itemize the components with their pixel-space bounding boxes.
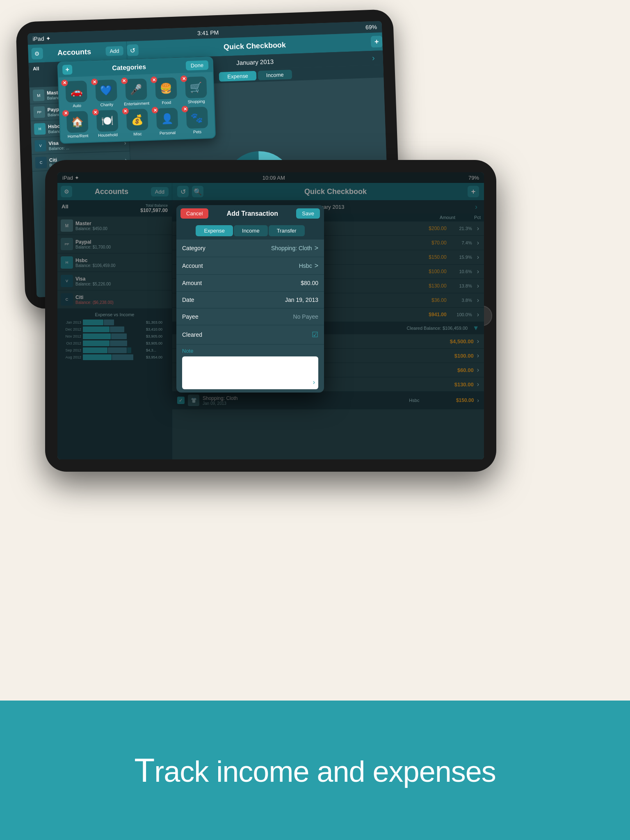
back-hsbc-icon: H xyxy=(34,123,46,135)
back-status-left: iPad ✦ xyxy=(32,35,50,42)
back-status-time: 3:41 PM xyxy=(197,29,219,37)
modal-header: Cancel Add Transaction Save xyxy=(176,205,324,222)
cat-auto-icon: 🚗 xyxy=(66,80,88,103)
back-tab-expense[interactable]: Expense xyxy=(219,71,256,82)
note-input[interactable]: › xyxy=(182,356,318,389)
tab-expense[interactable]: Expense xyxy=(196,225,233,236)
tab-transfer[interactable]: Transfer xyxy=(269,225,305,236)
cat-charity-icon: 💙 xyxy=(95,80,117,102)
cat-household-icon: 🍽️ xyxy=(96,110,119,132)
cat-pets-label: Pets xyxy=(193,130,201,135)
payee-label: Payee xyxy=(182,313,223,320)
back-tab-income[interactable]: Income xyxy=(258,70,292,80)
cat-shopping-icon: 🛒 xyxy=(185,76,207,98)
ipad-front: iPad ✦ 10:09 AM 79% ⚙ Accounts Add ↺ 🔍 Q… xyxy=(45,160,496,472)
cat-auto-label: Auto xyxy=(73,103,81,108)
date-label: Date xyxy=(182,297,223,303)
cat-personal-icon: 👤 xyxy=(156,108,178,130)
back-master-icon: M xyxy=(33,89,45,101)
cat-food-label: Food xyxy=(162,100,171,105)
cat-grid: ✕ 🚗 Auto ✕ 💙 Charity ✕ 🎤 Entertainment ✕… xyxy=(59,72,215,143)
cat-item-charity[interactable]: ✕ 💙 Charity xyxy=(93,80,120,107)
note-arrow[interactable]: › xyxy=(313,379,315,386)
cat-add-button[interactable]: + xyxy=(62,65,73,75)
cat-item-household[interactable]: ✕ 🍽️ Household xyxy=(94,110,121,137)
cat-shopping-label: Shopping xyxy=(187,99,205,104)
account-value: Hsbc xyxy=(223,262,312,269)
cat-delete-entertainment[interactable]: ✕ xyxy=(121,78,128,84)
cat-entertainment-icon: 🎤 xyxy=(125,78,147,100)
cat-title: Categories xyxy=(72,62,186,73)
cancel-button[interactable]: Cancel xyxy=(180,208,208,219)
account-label: Account xyxy=(182,262,223,269)
cleared-label: Cleared xyxy=(182,331,223,338)
cat-homerent-label: Home/Rent xyxy=(68,133,89,139)
plus-button-back[interactable]: + xyxy=(371,36,383,48)
cat-homerent-icon: 🏠 xyxy=(66,111,89,133)
save-button[interactable]: Save xyxy=(296,208,320,219)
modal-title: Add Transaction xyxy=(208,210,296,217)
back-status-battery: 69% xyxy=(365,24,377,31)
field-category[interactable]: Category Shopping: Cloth > xyxy=(176,240,324,257)
note-label: Note xyxy=(182,348,318,354)
cat-misc-icon: 💰 xyxy=(126,109,148,131)
field-date[interactable]: Date Jan 19, 2013 xyxy=(176,292,324,308)
refresh-button[interactable]: ↺ xyxy=(127,44,139,56)
bottom-banner: Track income and expenses xyxy=(0,701,630,840)
payee-value: No Payee xyxy=(223,313,318,320)
cat-item-pets[interactable]: ✕ 🐾 Pets xyxy=(183,107,211,135)
cat-done-button[interactable]: Done xyxy=(186,60,209,70)
cat-item-misc[interactable]: ✕ 💰 Misc xyxy=(123,109,151,137)
back-visa-icon: V xyxy=(34,140,46,152)
banner-text: Track income and expenses xyxy=(134,751,496,790)
cat-charity-label: Charity xyxy=(100,102,113,107)
gear-button[interactable]: ⚙ xyxy=(31,48,43,59)
category-value: Shopping: Cloth xyxy=(223,245,312,251)
cat-personal-label: Personal xyxy=(160,130,176,135)
cat-pets-icon: 🐾 xyxy=(186,107,208,129)
cat-food-icon: 🍔 xyxy=(155,78,177,100)
field-amount[interactable]: Amount $80.00 xyxy=(176,275,324,292)
category-label: Category xyxy=(182,245,223,251)
back-all-label[interactable]: All xyxy=(33,66,39,72)
cat-item-food[interactable]: ✕ 🍔 Food xyxy=(152,77,180,105)
field-cleared[interactable]: Cleared ☑ xyxy=(176,325,324,345)
cat-item-entertainment[interactable]: ✕ 🎤 Entertainment xyxy=(123,78,150,106)
field-account[interactable]: Account Hsbc > xyxy=(176,257,324,275)
cat-misc-label: Misc xyxy=(133,132,142,137)
cat-item-personal[interactable]: ✕ 👤 Personal xyxy=(153,107,181,135)
add-transaction-modal: Cancel Add Transaction Save Expense Inco… xyxy=(176,205,324,393)
back-citi-icon: C xyxy=(35,157,47,169)
cat-entertainment-label: Entertainment xyxy=(124,101,150,106)
account-arrow: > xyxy=(315,262,318,269)
front-screen: iPad ✦ 10:09 AM 79% ⚙ Accounts Add ↺ 🔍 Q… xyxy=(57,172,484,459)
accounts-title-back: Accounts xyxy=(46,47,103,57)
cat-item-shopping[interactable]: ✕ 🛒 Shopping xyxy=(182,76,210,104)
note-section: Note › xyxy=(176,345,324,393)
back-nav-month: January 2013 xyxy=(236,58,274,66)
amount-value: $80.00 xyxy=(223,280,318,286)
modal-tabs: Expense Income Transfer xyxy=(176,222,324,240)
back-paypal-icon: PP xyxy=(33,106,45,118)
cat-item-homerent[interactable]: ✕ 🏠 Home/Rent xyxy=(64,111,91,139)
cat-household-label: Household xyxy=(98,132,118,138)
add-button-back[interactable]: Add xyxy=(105,46,123,56)
date-value: Jan 19, 2013 xyxy=(223,297,318,303)
modal-overlay: Cancel Add Transaction Save Expense Inco… xyxy=(57,172,484,459)
back-next-arrow[interactable]: › xyxy=(372,53,375,63)
categories-overlay: + Categories Done ✕ 🚗 Auto ✕ 💙 Charity ✕ xyxy=(57,57,216,144)
field-payee[interactable]: Payee No Payee xyxy=(176,308,324,325)
cat-item-auto[interactable]: ✕ 🚗 Auto xyxy=(63,80,90,108)
amount-label: Amount xyxy=(182,280,223,286)
cat-delete-misc[interactable]: ✕ xyxy=(122,108,129,115)
tab-income[interactable]: Income xyxy=(234,225,268,236)
cleared-checkbox[interactable]: ☑ xyxy=(312,330,318,339)
category-arrow: > xyxy=(315,244,318,252)
